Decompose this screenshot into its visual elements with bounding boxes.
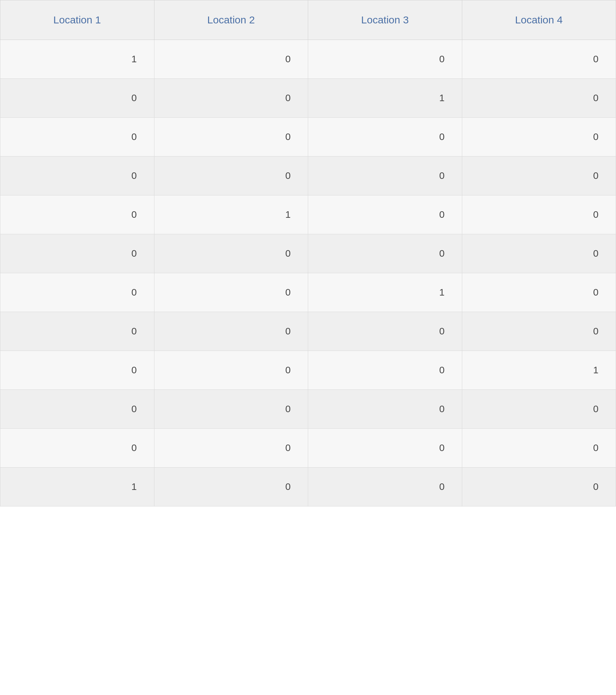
- data-table: Location 1 Location 2 Location 3 Locatio…: [0, 0, 616, 506]
- cell-r4-c2: 0: [308, 195, 462, 234]
- cell-r7-c0: 0: [0, 312, 154, 351]
- table-container: Location 1 Location 2 Location 3 Locatio…: [0, 0, 616, 695]
- cell-r7-c3: 0: [462, 312, 616, 351]
- cell-r2-c1: 0: [154, 118, 308, 157]
- table-row: 0000: [0, 429, 616, 468]
- cell-r2-c2: 0: [308, 118, 462, 157]
- cell-r11-c0: 1: [0, 468, 154, 506]
- table-row: 0000: [0, 157, 616, 195]
- cell-r1-c2: 1: [308, 79, 462, 118]
- table-row: 0010: [0, 273, 616, 312]
- cell-r0-c1: 0: [154, 40, 308, 79]
- cell-r0-c0: 1: [0, 40, 154, 79]
- cell-r11-c1: 0: [154, 468, 308, 506]
- cell-r10-c0: 0: [0, 429, 154, 468]
- cell-r1-c1: 0: [154, 79, 308, 118]
- cell-r6-c0: 0: [0, 273, 154, 312]
- cell-r2-c0: 0: [0, 118, 154, 157]
- cell-r3-c3: 0: [462, 157, 616, 195]
- cell-r0-c3: 0: [462, 40, 616, 79]
- table-row: 1000: [0, 40, 616, 79]
- cell-r6-c1: 0: [154, 273, 308, 312]
- cell-r8-c1: 0: [154, 351, 308, 390]
- table-row: 1000: [0, 468, 616, 506]
- col-header-location2: Location 2: [154, 0, 308, 40]
- table-row: 0000: [0, 390, 616, 429]
- cell-r8-c0: 0: [0, 351, 154, 390]
- cell-r10-c3: 0: [462, 429, 616, 468]
- table-row: 0000: [0, 234, 616, 273]
- cell-r0-c2: 0: [308, 40, 462, 79]
- cell-r6-c2: 1: [308, 273, 462, 312]
- cell-r1-c3: 0: [462, 79, 616, 118]
- header-row: Location 1 Location 2 Location 3 Locatio…: [0, 0, 616, 40]
- cell-r3-c1: 0: [154, 157, 308, 195]
- table-row: 0010: [0, 79, 616, 118]
- cell-r7-c1: 0: [154, 312, 308, 351]
- cell-r3-c0: 0: [0, 157, 154, 195]
- col-header-location4: Location 4: [462, 0, 616, 40]
- cell-r9-c0: 0: [0, 390, 154, 429]
- cell-r2-c3: 0: [462, 118, 616, 157]
- cell-r5-c1: 0: [154, 234, 308, 273]
- cell-r8-c3: 1: [462, 351, 616, 390]
- cell-r3-c2: 0: [308, 157, 462, 195]
- table-row: 0000: [0, 118, 616, 157]
- cell-r5-c2: 0: [308, 234, 462, 273]
- cell-r6-c3: 0: [462, 273, 616, 312]
- cell-r7-c2: 0: [308, 312, 462, 351]
- cell-r1-c0: 0: [0, 79, 154, 118]
- table-row: 0001: [0, 351, 616, 390]
- cell-r5-c3: 0: [462, 234, 616, 273]
- col-header-location3: Location 3: [308, 0, 462, 40]
- cell-r11-c2: 0: [308, 468, 462, 506]
- cell-r9-c2: 0: [308, 390, 462, 429]
- cell-r4-c0: 0: [0, 195, 154, 234]
- cell-r4-c3: 0: [462, 195, 616, 234]
- cell-r10-c2: 0: [308, 429, 462, 468]
- cell-r9-c1: 0: [154, 390, 308, 429]
- table-row: 0100: [0, 195, 616, 234]
- cell-r9-c3: 0: [462, 390, 616, 429]
- table-row: 0000: [0, 312, 616, 351]
- cell-r4-c1: 1: [154, 195, 308, 234]
- col-header-location1: Location 1: [0, 0, 154, 40]
- cell-r5-c0: 0: [0, 234, 154, 273]
- cell-r8-c2: 0: [308, 351, 462, 390]
- cell-r10-c1: 0: [154, 429, 308, 468]
- cell-r11-c3: 0: [462, 468, 616, 506]
